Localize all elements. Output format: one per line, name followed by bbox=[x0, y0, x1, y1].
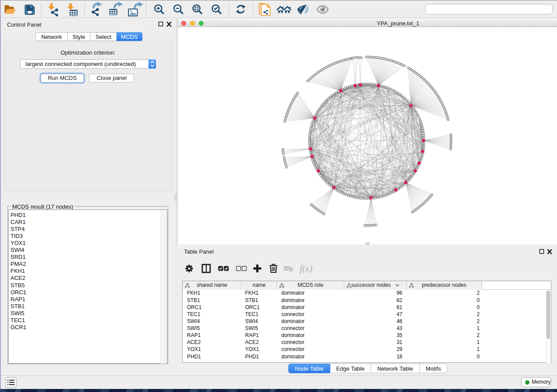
svg-text:f(x): f(x) bbox=[300, 263, 312, 274]
